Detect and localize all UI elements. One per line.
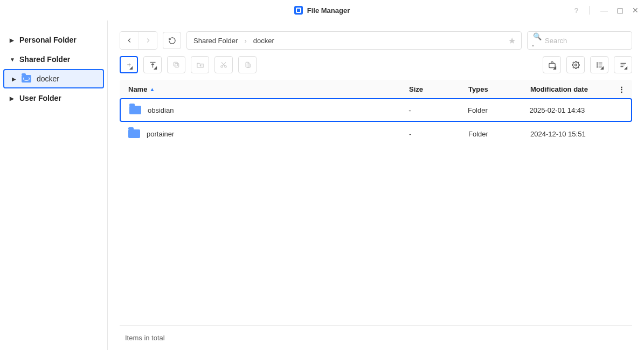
svg-rect-2	[175, 64, 179, 67]
move-button[interactable]	[191, 56, 209, 73]
settings-button[interactable]	[566, 56, 585, 73]
chevron-right-icon: ›	[244, 37, 246, 45]
close-icon[interactable]: ✕	[632, 6, 639, 15]
svg-rect-3	[174, 62, 177, 66]
svg-point-11	[574, 64, 577, 66]
upload-button[interactable]: ◢	[143, 56, 162, 73]
dropdown-arrow-icon: ◢	[553, 65, 556, 70]
file-table: Name Size Types Modification date ⋮ obsi…	[120, 80, 632, 325]
minimize-icon[interactable]: —	[600, 6, 608, 15]
nav-back-forward	[120, 31, 157, 50]
sidebar-item-personal-folder[interactable]: ▶ Personal Folder	[0, 30, 107, 50]
breadcrumb-item-shared-folder[interactable]: Shared Folder	[193, 37, 238, 45]
column-header-date[interactable]: Modification date	[522, 85, 616, 93]
file-type: Folder	[459, 106, 521, 114]
search-wrap: 🔍	[527, 31, 632, 50]
file-size: -	[400, 106, 459, 114]
file-date: 2024-12-10 15:51	[522, 130, 616, 138]
breadcrumb: Shared Folder › docker ★	[186, 31, 522, 50]
chevron-right-icon: ▶	[10, 95, 14, 101]
add-button[interactable]: ＋◢	[120, 56, 138, 73]
sidebar: ▶ Personal Folder ▼ Shared Folder ▶ dock…	[0, 20, 108, 350]
sidebar-item-docker[interactable]: ▶ docker	[3, 69, 104, 88]
dropdown-arrow-icon: ◢	[624, 65, 627, 70]
tools-button[interactable]: ◢	[543, 56, 561, 73]
svg-point-12	[597, 63, 597, 63]
titlebar: File Manager ? — ▢ ✕	[0, 0, 644, 20]
column-header-name[interactable]: Name	[120, 85, 400, 93]
column-label: Modification date	[530, 85, 588, 93]
shared-folder-icon	[22, 75, 31, 83]
table-row[interactable]: portainer - Folder 2024-12-10 15:51	[120, 122, 632, 146]
view-list-button[interactable]: ◢	[590, 56, 608, 73]
maximize-icon[interactable]: ▢	[617, 6, 624, 15]
sidebar-item-user-folder[interactable]: ▶ User Folder	[0, 88, 107, 108]
copy-button[interactable]	[167, 56, 185, 73]
statusbar: Items in total	[120, 325, 632, 350]
sort-button[interactable]: ◢	[614, 56, 632, 73]
svg-point-14	[597, 64, 597, 65]
status-text: Items in total	[125, 334, 165, 342]
app-icon	[294, 6, 303, 15]
column-label: Size	[409, 85, 423, 93]
breadcrumb-item-docker[interactable]: docker	[253, 37, 274, 45]
file-name: portainer	[147, 130, 174, 138]
window-title: File Manager	[307, 6, 350, 15]
chevron-down-icon: ▼	[10, 57, 14, 63]
folder-icon	[128, 129, 140, 138]
dropdown-arrow-icon: ◢	[600, 65, 604, 70]
file-size: -	[400, 130, 460, 138]
file-name: obsidian	[148, 106, 174, 114]
sidebar-item-label: Personal Folder	[19, 36, 77, 44]
back-button[interactable]	[120, 32, 139, 49]
file-type: Folder	[460, 130, 522, 138]
search-input[interactable]	[545, 37, 626, 45]
refresh-button[interactable]	[163, 32, 181, 49]
folder-icon	[129, 106, 141, 114]
window-controls: ? — ▢ ✕	[574, 0, 639, 20]
toolbar: ＋◢ ◢ ◢ ◢ ◢	[120, 56, 632, 73]
cut-button[interactable]	[214, 56, 233, 73]
sidebar-item-label: User Folder	[19, 94, 61, 102]
search-icon[interactable]: 🔍	[533, 32, 542, 49]
chevron-right-icon: ▶	[12, 76, 16, 82]
table-header: Name Size Types Modification date ⋮	[120, 80, 632, 98]
column-header-types[interactable]: Types	[460, 85, 522, 93]
window-title-wrap: File Manager	[294, 6, 350, 15]
favorite-star-icon[interactable]: ★	[508, 36, 516, 46]
separator	[589, 6, 590, 15]
column-label: Types	[468, 85, 488, 93]
svg-point-16	[597, 66, 597, 67]
sidebar-item-label: docker	[37, 74, 59, 83]
dropdown-arrow-icon: ◢	[129, 65, 133, 70]
column-header-size[interactable]: Size	[400, 85, 460, 93]
file-date: 2025-02-01 14:43	[521, 106, 615, 114]
dropdown-arrow-icon: ◢	[154, 65, 157, 70]
sort-asc-icon	[149, 87, 155, 91]
forward-button[interactable]	[139, 32, 157, 49]
sidebar-item-label: Shared Folder	[19, 55, 70, 64]
column-label: Name	[128, 85, 147, 93]
column-menu-icon[interactable]: ⋮	[616, 85, 627, 93]
chevron-right-icon: ▶	[10, 37, 14, 43]
paste-button[interactable]	[238, 56, 257, 73]
sidebar-item-shared-folder[interactable]: ▼ Shared Folder	[0, 50, 107, 69]
nav-row: Shared Folder › docker ★ 🔍	[120, 31, 632, 50]
table-row[interactable]: obsidian - Folder 2025-02-01 14:43	[120, 98, 632, 122]
help-icon[interactable]: ?	[574, 6, 578, 15]
main-pane: Shared Folder › docker ★ 🔍 ＋◢ ◢ ◢ ◢ ◢	[108, 20, 644, 350]
